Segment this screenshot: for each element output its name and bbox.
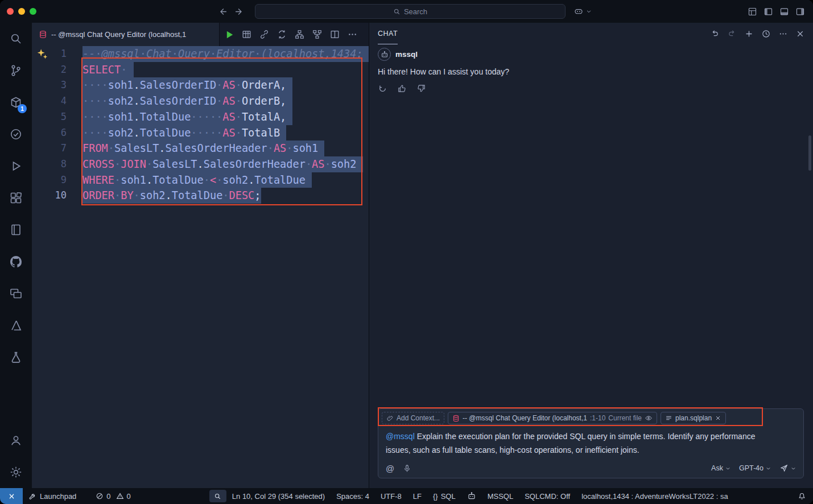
remove-chip-icon[interactable] [715, 415, 721, 422]
sidebar-item-github[interactable] [0, 246, 32, 278]
undo-icon[interactable] [710, 29, 720, 39]
results-grid-icon[interactable] [241, 28, 253, 40]
line-number[interactable]: 10 [32, 188, 82, 204]
line-number[interactable]: 7 [32, 141, 82, 156]
launchpad-status-item[interactable]: Launchpad [23, 488, 82, 504]
connection-status-item[interactable]: localhost,1434 : AdventureWorksLT2022 : … [576, 488, 734, 504]
mode-dropdown[interactable]: Ask [711, 464, 731, 472]
code-line[interactable]: SELECT· [82, 62, 369, 78]
history-icon[interactable] [761, 29, 771, 39]
new-chat-icon[interactable] [744, 29, 754, 39]
back-icon[interactable] [218, 7, 228, 16]
copilot-menu-button[interactable] [573, 0, 592, 23]
language-status-item[interactable]: {} SQL [427, 488, 461, 504]
code-line[interactable]: ····soh1.SalesOrderID·AS·OrderA, [82, 77, 369, 93]
sidebar-item-settings[interactable] [0, 456, 32, 488]
redo-icon[interactable] [727, 29, 737, 39]
sidebar-item-testing[interactable] [0, 118, 32, 150]
toggle-secondary-sidebar-icon[interactable] [795, 7, 805, 16]
forward-icon[interactable] [234, 7, 244, 16]
copilot-sparkle-icon[interactable] [36, 48, 48, 60]
code-line[interactable]: ····soh2.SalesOrderID·AS·OrderB, [82, 93, 369, 109]
tab-chat[interactable]: CHAT [378, 23, 398, 44]
command-center-search[interactable]: Search [255, 4, 566, 19]
code-line[interactable]: ····soh1.TotalDue·····AS·TotalA, [82, 109, 369, 125]
chevron-down-icon [766, 466, 771, 471]
editor-tab[interactable]: -- @mssql Chat Query Editor (localhost,1 [32, 23, 220, 46]
line-number[interactable]: 2 [32, 62, 82, 78]
encoding-label: UTF-8 [381, 492, 402, 501]
code-line[interactable]: FROM·SalesLT.SalesOrderHeader·AS·soh1 [82, 141, 369, 156]
eol-status-item[interactable]: LF [407, 488, 427, 504]
add-context-button[interactable]: Add Context... [382, 412, 444, 424]
badge: 1 [18, 104, 27, 113]
status-bar: Launchpad 0 0 Ln 10, Col 29 (354 selecte… [0, 488, 813, 504]
split-editor-icon[interactable] [329, 28, 341, 40]
mic-icon[interactable] [403, 464, 411, 473]
toggle-primary-sidebar-icon[interactable] [764, 7, 773, 16]
line-number[interactable]: 3 [32, 77, 82, 93]
scrollbar-thumb[interactable] [808, 135, 811, 171]
line-number[interactable]: 8 [32, 156, 82, 172]
sidebar-item-extensions[interactable] [0, 182, 32, 214]
eye-icon[interactable] [645, 414, 653, 422]
code-token: . [134, 95, 140, 107]
sidebar-item-azure[interactable] [0, 309, 32, 341]
customize-layout-icon[interactable] [748, 7, 757, 16]
send-button[interactable] [779, 464, 796, 473]
more-icon[interactable] [778, 29, 788, 39]
thumbs-up-icon[interactable] [397, 84, 407, 93]
regenerate-icon[interactable] [378, 84, 387, 93]
line-number[interactable]: 5 [32, 109, 82, 125]
encoding-status-item[interactable]: UTF-8 [375, 488, 407, 504]
sidebar-item-notebooks[interactable] [0, 214, 32, 246]
remote-indicator[interactable] [0, 488, 23, 504]
model-dropdown[interactable]: GPT-4o [739, 464, 771, 472]
sqlcmd-status-item[interactable]: SQLCMD: Off [519, 488, 576, 504]
toggle-panel-icon[interactable] [779, 7, 789, 16]
code-line[interactable]: CROSS·JOIN·SalesLT.SalesOrderHeader·AS·s… [82, 156, 369, 172]
sidebar-item-account[interactable] [0, 424, 32, 456]
indentation-status-item[interactable]: Spaces: 4 [331, 488, 375, 504]
mention-chip: @mssql [386, 432, 415, 441]
sidebar-item-database-projects[interactable] [0, 341, 32, 373]
chat-input-text[interactable]: @mssql Explain the execution plan for th… [378, 427, 803, 457]
change-connection-icon[interactable] [276, 28, 288, 40]
sidebar-item-run-and-debug[interactable] [0, 150, 32, 182]
sidebar-item-search[interactable] [0, 23, 32, 55]
code-line[interactable]: --·@mssql·Chat·Query·Editor·(localhost,1… [82, 46, 369, 62]
line-number[interactable]: 4 [32, 93, 82, 109]
code-editor[interactable]: 12345678910 --·@mssql·Chat·Query·Editor·… [32, 46, 369, 488]
sidebar-item-references[interactable]: 1 [0, 86, 32, 118]
estimated-plan-icon[interactable] [294, 28, 306, 40]
code-token: WHERE [82, 174, 114, 186]
code-line[interactable]: ORDER·BY·soh2.TotalDue·DESC; [82, 188, 369, 204]
context-chip-current-file[interactable]: -- @mssql Chat Query Editor (localhost,1… [448, 412, 657, 424]
line-number[interactable]: 9 [32, 172, 82, 188]
fullscreen-window-button[interactable] [30, 8, 36, 15]
code-token: · [236, 95, 242, 107]
line-number[interactable]: 6 [32, 125, 82, 141]
mention-icon[interactable]: @ [386, 464, 394, 473]
copilot-status-item[interactable] [461, 488, 482, 504]
sidebar-item-remote-explorer[interactable] [0, 278, 32, 309]
close-window-button[interactable] [7, 8, 14, 15]
code-line[interactable]: WHERE·soh1.TotalDue·<·soh2.TotalDue [82, 172, 369, 188]
actual-plan-icon[interactable] [311, 28, 323, 40]
thumbs-down-icon[interactable] [416, 84, 426, 93]
code-line[interactable]: ····soh2.TotalDue·····AS·TotalB [82, 125, 369, 141]
disconnect-icon[interactable] [258, 28, 270, 40]
bot-avatar [378, 48, 391, 61]
run-query-button[interactable] [223, 28, 235, 40]
zoom-status-item[interactable] [209, 490, 226, 502]
problems-status-item[interactable]: 0 0 [90, 488, 136, 504]
more-actions-icon[interactable] [346, 28, 358, 40]
minimize-window-button[interactable] [18, 8, 25, 15]
close-icon[interactable] [795, 29, 805, 39]
context-chip-plan-file[interactable]: plan.sqlplan [661, 412, 726, 424]
sidebar-item-source-control[interactable] [0, 55, 32, 86]
mssql-status-item[interactable]: MSSQL [482, 488, 519, 504]
cursor-position-status-item[interactable]: Ln 10, Col 29 (354 selected) [226, 488, 331, 504]
code-token: soh2 [331, 158, 357, 170]
notifications-bell[interactable] [791, 492, 813, 501]
